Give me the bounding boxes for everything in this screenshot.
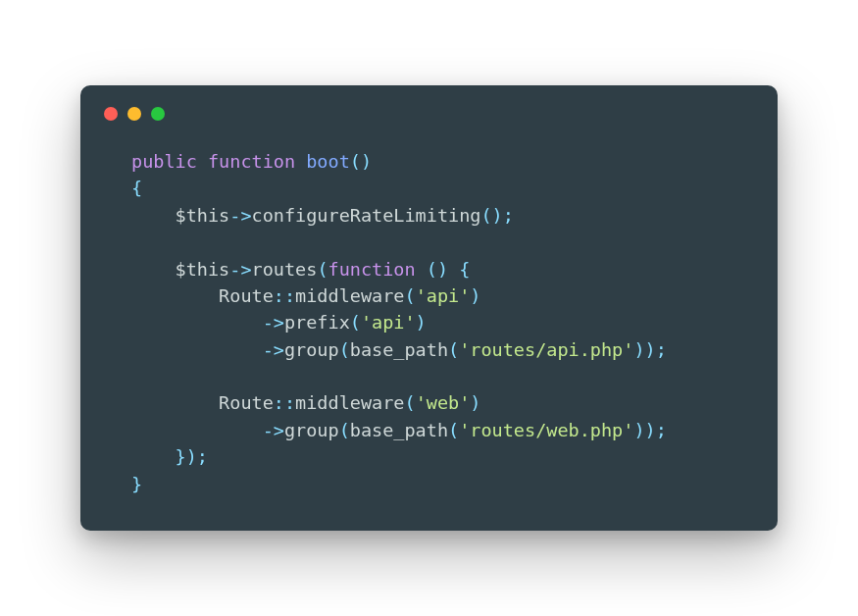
paren-open: ( xyxy=(350,151,361,172)
paren-close: ) xyxy=(437,259,448,280)
function-name: boot xyxy=(306,151,350,172)
paren-open: ( xyxy=(427,259,437,280)
paren-close: ) xyxy=(416,312,427,333)
maximize-icon[interactable] xyxy=(151,107,165,121)
paren-close: ) xyxy=(645,420,656,440)
arrow-op: -> xyxy=(229,259,251,280)
arrow-op: -> xyxy=(263,312,284,333)
this-var: $this xyxy=(176,205,230,226)
arrow-op: -> xyxy=(263,339,284,360)
brace-open: { xyxy=(459,259,470,280)
brace-close: } xyxy=(131,474,142,494)
paren-close: ) xyxy=(470,285,480,306)
paren-open: ( xyxy=(448,420,459,440)
fn-basepath: base_path xyxy=(350,420,448,440)
paren-close: ) xyxy=(633,339,644,360)
dbl-colon: :: xyxy=(274,285,295,306)
method-group: group xyxy=(284,420,339,440)
window-controls xyxy=(104,107,750,121)
method-middleware: middleware xyxy=(295,392,404,413)
arrow-op: -> xyxy=(263,420,284,440)
method-configure: configureRateLimiting xyxy=(252,205,481,226)
semicolon: ; xyxy=(197,446,208,467)
keyword-function: function xyxy=(208,151,295,172)
minimize-icon[interactable] xyxy=(127,107,141,121)
method-routes: routes xyxy=(252,259,318,280)
paren-open: ( xyxy=(339,339,350,360)
quote: ' xyxy=(459,285,470,306)
paren-close: ) xyxy=(361,151,372,172)
this-var: $this xyxy=(176,259,230,280)
string-routes-api: routes/api.php xyxy=(470,339,623,360)
quote: ' xyxy=(361,312,372,333)
semicolon: ; xyxy=(503,205,514,226)
string-routes-web: routes/web.php xyxy=(470,420,623,440)
quote: ' xyxy=(459,420,470,440)
paren-open: ( xyxy=(480,205,491,226)
paren-open: ( xyxy=(404,285,415,306)
close-icon[interactable] xyxy=(104,107,118,121)
close-routes: }) xyxy=(176,446,197,467)
quote: ' xyxy=(416,285,427,306)
string-api: api xyxy=(427,285,459,306)
dbl-colon: :: xyxy=(274,392,295,413)
route-class: Route xyxy=(219,392,274,413)
paren-close: ) xyxy=(470,392,480,413)
code-window: public function boot() { $this->configur… xyxy=(80,85,778,531)
route-class: Route xyxy=(219,285,274,306)
paren-open: ( xyxy=(448,339,459,360)
paren-close: ) xyxy=(633,420,644,440)
keyword-public: public xyxy=(131,151,197,172)
string-api: api xyxy=(372,312,404,333)
quote: ' xyxy=(459,339,470,360)
fn-basepath: base_path xyxy=(350,339,448,360)
arrow-op: -> xyxy=(229,205,251,226)
method-prefix: prefix xyxy=(284,312,350,333)
paren-open: ( xyxy=(317,259,328,280)
quote: ' xyxy=(623,339,633,360)
string-web: web xyxy=(427,392,459,413)
brace-open: { xyxy=(131,178,142,198)
quote: ' xyxy=(459,392,470,413)
quote: ' xyxy=(623,420,633,440)
paren-open: ( xyxy=(404,392,415,413)
semicolon: ; xyxy=(656,339,667,360)
quote: ' xyxy=(404,312,415,333)
semicolon: ; xyxy=(656,420,667,440)
method-middleware: middleware xyxy=(295,285,404,306)
code-block: public function boot() { $this->configur… xyxy=(108,148,750,497)
quote: ' xyxy=(416,392,427,413)
paren-close: ) xyxy=(492,205,503,226)
keyword-function: function xyxy=(328,259,416,280)
paren-close: ) xyxy=(645,339,656,360)
paren-open: ( xyxy=(350,312,361,333)
method-group: group xyxy=(284,339,339,360)
paren-open: ( xyxy=(339,420,350,440)
